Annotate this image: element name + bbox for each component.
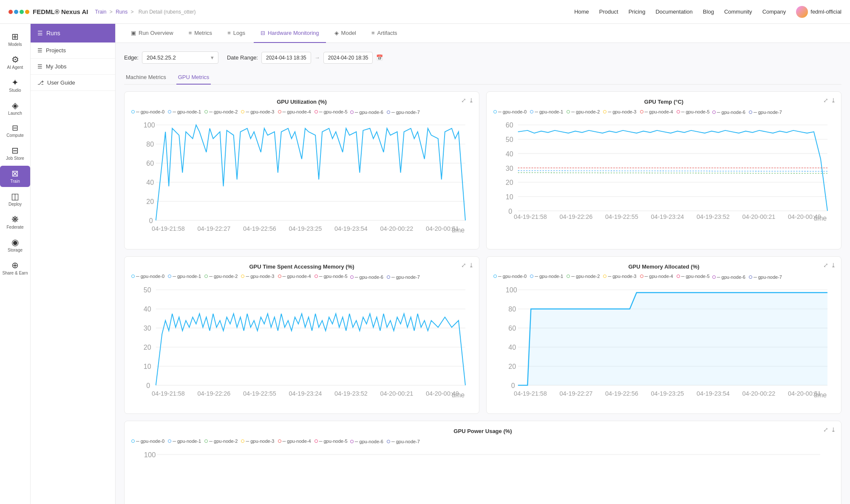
chart-utilization-title: GPU Utilization (%) [131, 99, 472, 105]
svg-text:04-19-23:54: 04-19-23:54 [334, 225, 368, 232]
legend-node-label: ─ gpu-node-5 [319, 439, 348, 444]
sidebar-item-federate[interactable]: ❋ Federate [0, 212, 30, 233]
expand-icon[interactable]: ⤢ [461, 262, 466, 269]
nav-company[interactable]: Company [762, 8, 786, 15]
nav-product[interactable]: Product [599, 8, 618, 15]
sidebar-item-models[interactable]: ⊞ Models [0, 29, 30, 50]
nav-blog[interactable]: Blog [703, 8, 714, 15]
legend-item: ─ gpu-node-5 [314, 438, 348, 444]
legend-node-label: ─ gpu-node-5 [681, 274, 710, 279]
svg-text:20: 20 [508, 362, 516, 370]
sidebar-item-studio[interactable]: ✦ Studio [0, 75, 30, 96]
edge-filter: Edge: 204.52.25.2 ▾ [124, 51, 218, 64]
tab-hardware-monitoring[interactable]: ⊟ Hardware Monitoring [254, 24, 326, 43]
breadcrumb-train[interactable]: Train [95, 9, 107, 15]
sidebar-item-share-earn[interactable]: ⊕ Share & Earn [0, 258, 30, 279]
legend-node-label: ─ gpu-node-7 [391, 439, 420, 444]
svg-text:04-19-23:25: 04-19-23:25 [289, 225, 322, 232]
tab-gpu-metrics[interactable]: GPU Metrics [176, 71, 211, 85]
legend-node-label: ─ gpu-node-6 [717, 110, 745, 115]
breadcrumb-runs[interactable]: Runs [116, 9, 128, 15]
svg-text:100: 100 [144, 121, 155, 129]
left-panel: ☰ Runs ☰ Projects ☰ My Jobs ⎇ User Guide [31, 24, 116, 504]
legend-item: ─ gpu-node-7 [749, 275, 782, 280]
sidebar-label-train: Train [10, 179, 20, 184]
legend-node-circle [131, 110, 135, 113]
legend-node-label: ─ gpu-node-0 [136, 109, 164, 114]
tab-model[interactable]: ◈ Model [328, 24, 363, 43]
nav-home[interactable]: Home [574, 8, 589, 15]
date-to-input[interactable]: 2024-04-20 18:35 [323, 52, 373, 64]
nav-community[interactable]: Community [724, 8, 752, 15]
svg-text:20: 20 [506, 178, 513, 186]
edge-select[interactable]: 204.52.25.2 ▾ [142, 51, 218, 64]
charts-grid: GPU Utilization (%) ⤢ ⤓ ─ gpu-node-0─ gp… [124, 91, 842, 414]
sidebar-item-ai-agent[interactable]: ⚙ AI Agent [0, 52, 30, 73]
legend-item: ─ gpu-node-0 [493, 108, 527, 115]
tab-machine-metrics[interactable]: Machine Metrics [124, 71, 168, 85]
sidebar-item-train[interactable]: ⊠ Train [0, 166, 30, 187]
legend-item: ─ gpu-node-4 [640, 273, 673, 280]
legend-item: ─ gpu-node-3 [241, 273, 274, 280]
calendar-icon[interactable]: 📅 [376, 54, 383, 61]
expand-icon[interactable]: ⤢ [823, 426, 828, 433]
nav-documentation[interactable]: Documentation [655, 8, 692, 15]
legend-node-label: ─ gpu-node-1 [173, 109, 201, 114]
hardware-icon: ⊟ [261, 30, 265, 36]
svg-text:40: 40 [508, 343, 516, 351]
download-icon[interactable]: ⤓ [831, 97, 836, 104]
sidebar-item-launch[interactable]: ◈ Launch [0, 98, 30, 119]
tab-artifacts[interactable]: ≡ Artifacts [365, 24, 404, 43]
expand-icon[interactable]: ⤢ [461, 97, 466, 104]
date-from-input[interactable]: 2024-04-13 18:35 [261, 52, 311, 64]
chart-gpu-power: GPU Power Usage (%) ⤢ ⤓ ─ gpu-node-0─ gp… [124, 421, 842, 504]
legend-node-circle [530, 275, 533, 278]
svg-text:04-19-22:55: 04-19-22:55 [243, 390, 276, 396]
tab-run-overview[interactable]: ▣ Run Overview [124, 24, 180, 43]
legend-item: ─ gpu-node-1 [168, 108, 201, 115]
left-panel-user-guide[interactable]: ⎇ User Guide [31, 75, 115, 91]
logo-dot-yellow [25, 10, 29, 14]
user-guide-icon: ⎇ [37, 79, 44, 86]
legend-item: ─ gpu-node-4 [278, 273, 311, 280]
projects-icon: ☰ [37, 47, 42, 54]
tab-logs[interactable]: ≡ Logs [221, 24, 252, 43]
sidebar-item-deploy[interactable]: ◫ Deploy [0, 189, 30, 210]
download-icon[interactable]: ⤓ [831, 426, 836, 433]
chart-memory-allocated-svg: 100 80 60 40 20 0 [493, 283, 834, 407]
legend-node-circle [350, 110, 354, 114]
user-badge[interactable]: fedml-official [796, 6, 842, 18]
legend-node-circle [241, 110, 244, 113]
sidebar-item-job-store[interactable]: ⊟ Job Store [0, 143, 30, 164]
chart-utilization-svg: 100 80 60 40 20 0 [131, 118, 472, 242]
sidebar-item-storage[interactable]: ◉ Storage [0, 235, 30, 256]
svg-text:04-19-22:26: 04-19-22:26 [560, 213, 593, 220]
download-icon[interactable]: ⤓ [469, 262, 474, 269]
chart-temp-svg: 60 50 40 30 20 10 0 [493, 118, 834, 242]
tab-metrics[interactable]: ≡ Metrics [182, 24, 219, 43]
expand-icon[interactable]: ⤢ [823, 262, 828, 269]
models-icon: ⊞ [11, 32, 19, 41]
chart-memory-allocated-actions: ⤢ ⤓ [823, 262, 836, 269]
job-store-icon: ⊟ [11, 146, 19, 155]
legend-item: ─ gpu-node-2 [204, 273, 238, 280]
federate-icon: ❋ [11, 215, 19, 224]
svg-text:50: 50 [144, 286, 151, 294]
memory-time-chart-svg: 50 40 30 20 10 0 [131, 283, 472, 406]
left-panel-my-jobs[interactable]: ☰ My Jobs [31, 59, 115, 75]
legend-item: ─ gpu-node-7 [387, 110, 420, 115]
expand-icon[interactable]: ⤢ [823, 97, 828, 104]
chart-memory-allocated-legend: ─ gpu-node-0─ gpu-node-1─ gpu-node-2─ gp… [493, 273, 834, 280]
logo: FEDML® Nexus AI [8, 8, 88, 15]
svg-text:04-19-22:26: 04-19-22:26 [198, 390, 231, 396]
svg-text:0: 0 [146, 382, 150, 389]
nav-pricing[interactable]: Pricing [629, 8, 646, 15]
svg-text:04-19-21:58: 04-19-21:58 [152, 225, 185, 232]
legend-node-circle [530, 110, 533, 113]
svg-text:50: 50 [506, 136, 513, 143]
left-panel-title: Runs [46, 30, 60, 37]
download-icon[interactable]: ⤓ [469, 97, 474, 104]
sidebar-item-compute[interactable]: ⊟ Compute [0, 121, 30, 141]
download-icon[interactable]: ⤓ [831, 262, 836, 269]
left-panel-projects[interactable]: ☰ Projects [31, 42, 115, 59]
